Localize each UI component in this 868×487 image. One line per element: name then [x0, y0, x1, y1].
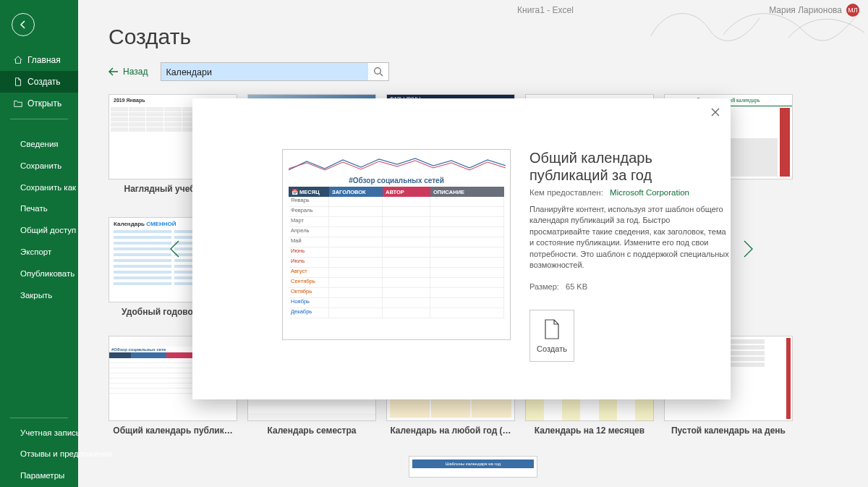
nav-open[interactable]: Открыть	[0, 93, 78, 114]
template-description: Планируйте контент, используя этот шабло…	[529, 204, 732, 271]
nav-new[interactable]: Создать	[0, 71, 78, 93]
nav-options[interactable]: Параметры	[0, 465, 78, 487]
nav-account[interactable]: Учетная запись	[0, 423, 78, 444]
template-details: Общий календарь публикаций за год Кем пр…	[529, 149, 732, 362]
back-link[interactable]: Назад	[109, 67, 148, 77]
nav-save[interactable]: Сохранить	[0, 156, 78, 177]
provider-link[interactable]: Microsoft Corporation	[610, 188, 689, 197]
file-icon	[543, 318, 561, 340]
nav-export[interactable]: Экспорт	[0, 242, 78, 263]
template-caption: Календарь на любой год (…	[386, 425, 515, 436]
back-link-label: Назад	[123, 67, 148, 77]
prev-template-button[interactable]	[159, 98, 192, 399]
search-value: Календари	[161, 63, 368, 80]
window-title: Книга1 - Excel	[373, 5, 574, 15]
template-caption: Пустой календарь на день	[664, 425, 793, 436]
provided-by-label: Кем предоставлен:	[529, 188, 603, 197]
chevron-left-icon	[165, 238, 187, 260]
nav-close[interactable]: Закрыть	[0, 285, 78, 307]
nav-open-label: Открыть	[27, 98, 61, 109]
search-button[interactable]	[368, 63, 388, 80]
template-detail-dialog: #Обзор социальных сетей 📅 МЕСЯЦЗАГОЛОВОК…	[192, 98, 731, 399]
nav-save-as[interactable]: Сохранить как	[0, 177, 78, 199]
search-row: Назад Календари	[109, 62, 838, 81]
divider	[10, 119, 68, 119]
arrow-left-icon	[109, 67, 119, 76]
nav-home[interactable]: Главная	[0, 49, 78, 71]
svg-point-0	[375, 68, 381, 75]
template-caption: Календарь семестра	[247, 425, 376, 436]
page-title: Создать	[109, 25, 838, 49]
divider	[10, 418, 68, 418]
nav-feedback[interactable]: Отзывы и предложения	[0, 444, 78, 465]
back-button[interactable]	[12, 13, 35, 36]
chevron-right-icon	[736, 238, 758, 260]
template-card[interactable]: Шаблоны календаря на год	[409, 456, 537, 478]
backstage-sidebar: Главная Создать Открыть Сведения Сохрани…	[0, 0, 78, 487]
user-name: Мария Ларионова	[769, 5, 842, 15]
folder-icon	[13, 98, 23, 109]
template-caption: Общий календарь публик…	[109, 425, 237, 436]
nav-share[interactable]: Общий доступ	[0, 220, 78, 242]
template-caption: Календарь на 12 месяцев	[525, 425, 654, 436]
next-template-button[interactable]	[731, 98, 764, 399]
nav-home-label: Главная	[27, 55, 61, 65]
close-button[interactable]	[710, 106, 720, 121]
template-preview: #Обзор социальных сетей 📅 МЕСЯЦЗАГОЛОВОК…	[282, 149, 511, 340]
search-input[interactable]: Календари	[161, 62, 389, 81]
home-icon	[13, 55, 23, 65]
search-icon	[373, 67, 383, 77]
close-icon	[710, 107, 720, 117]
nav-print[interactable]: Печать	[0, 198, 78, 220]
create-button-label: Создать	[537, 344, 567, 353]
nav-info[interactable]: Сведения	[0, 134, 78, 156]
create-button[interactable]: Создать	[529, 310, 574, 362]
size-label: Размер:	[529, 282, 559, 291]
nav-new-label: Создать	[27, 77, 61, 87]
file-icon	[13, 77, 23, 87]
chart-icon	[289, 156, 506, 174]
preview-title: #Обзор социальных сетей	[289, 176, 504, 187]
size-value: 65 KB	[566, 282, 587, 291]
template-title: Общий календарь публикаций за год	[529, 149, 732, 184]
nav-publish[interactable]: Опубликовать	[0, 263, 78, 285]
